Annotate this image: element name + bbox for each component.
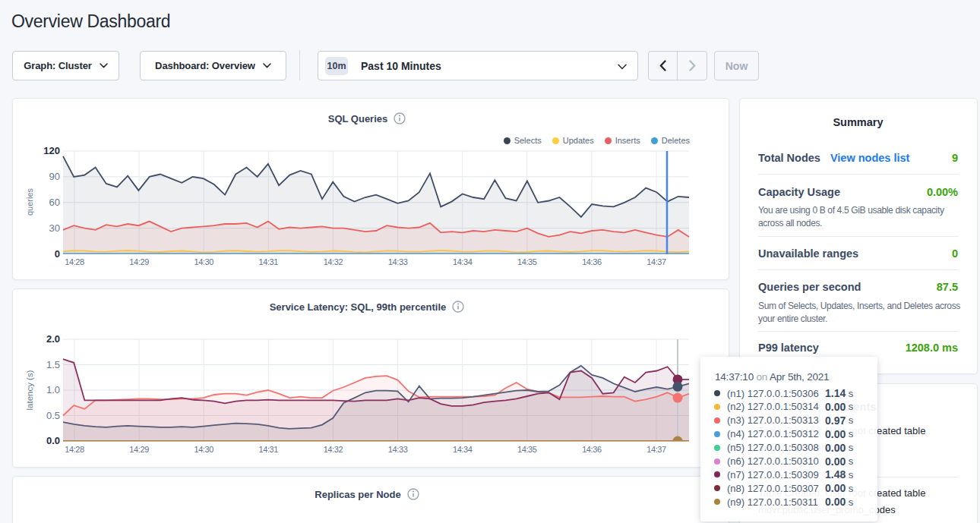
svg-text:90: 90 xyxy=(49,171,60,182)
svg-text:30: 30 xyxy=(49,222,60,234)
svg-text:14:37: 14:37 xyxy=(646,257,666,266)
svg-text:14:33: 14:33 xyxy=(388,445,408,454)
svg-text:14:36: 14:36 xyxy=(582,257,602,266)
svg-text:14:33: 14:33 xyxy=(388,257,408,266)
svg-text:0: 0 xyxy=(55,248,60,260)
svg-text:14:30: 14:30 xyxy=(194,257,213,266)
svg-text:14:34: 14:34 xyxy=(453,257,473,266)
svg-text:14:30: 14:30 xyxy=(194,445,213,454)
svg-text:14:31: 14:31 xyxy=(259,257,279,266)
svg-text:60: 60 xyxy=(49,197,60,208)
svg-text:latency (s): latency (s) xyxy=(25,370,34,410)
svg-text:14:32: 14:32 xyxy=(324,445,343,454)
svg-text:14:35: 14:35 xyxy=(517,257,537,266)
svg-text:14:29: 14:29 xyxy=(129,257,149,266)
svg-text:14:31: 14:31 xyxy=(259,445,279,454)
svg-text:14:28: 14:28 xyxy=(65,445,84,454)
svg-text:14:32: 14:32 xyxy=(324,257,343,266)
svg-text:14:34: 14:34 xyxy=(453,445,473,454)
svg-text:0.5: 0.5 xyxy=(46,410,60,421)
svg-text:0.0: 0.0 xyxy=(46,435,60,446)
svg-text:1.0: 1.0 xyxy=(46,384,60,395)
svg-text:14:37: 14:37 xyxy=(646,445,666,454)
svg-text:2.0: 2.0 xyxy=(46,333,60,345)
svg-text:14:28: 14:28 xyxy=(65,257,84,266)
svg-text:120: 120 xyxy=(43,145,60,156)
svg-text:14:36: 14:36 xyxy=(582,445,602,454)
svg-text:14:29: 14:29 xyxy=(129,445,149,454)
svg-text:1.5: 1.5 xyxy=(46,359,60,370)
svg-text:14:35: 14:35 xyxy=(517,445,537,454)
svg-text:queries: queries xyxy=(25,187,34,216)
